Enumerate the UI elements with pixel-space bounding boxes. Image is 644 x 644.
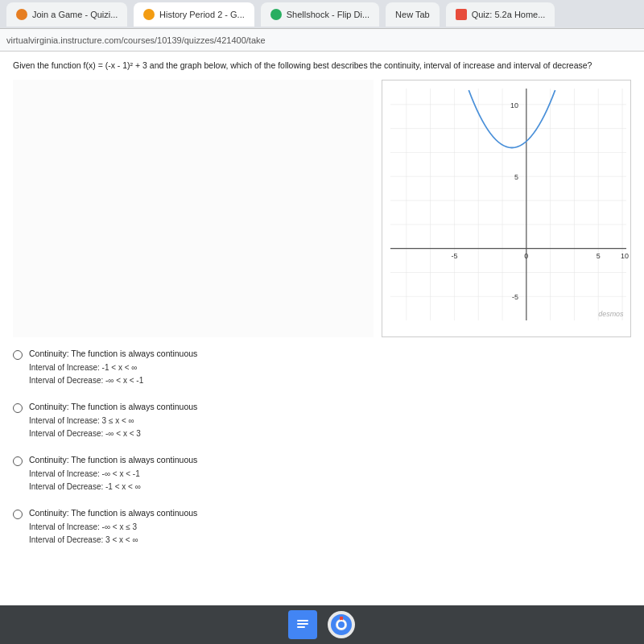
option-2-sub: Interval of Increase: 3 ≤ x < ∞ Interval… — [29, 415, 631, 440]
option-3-main: Continuity: The function is always conti… — [29, 455, 197, 464]
svg-rect-33 — [297, 626, 305, 628]
option-1-sub: Interval of Increase: -1 < x < ∞ Interva… — [29, 361, 631, 387]
left-panel — [13, 80, 374, 337]
tab-shellshock[interactable]: Shellshock - Flip Di... — [261, 2, 379, 27]
svg-rect-32 — [297, 623, 308, 625]
url-text[interactable]: virtualvirginia.instructure.com/courses/… — [6, 35, 266, 45]
options-section: Continuity: The function is always conti… — [13, 349, 631, 547]
browser-tab-bar: Join a Game - Quizi... History Period 2 … — [0, 0, 644, 29]
question-text: Given the function f(x) = (-x - 1)² + 3 … — [13, 60, 631, 72]
option-row-3[interactable]: Continuity: The function is always conti… — [13, 455, 631, 466]
svg-text:-5: -5 — [451, 251, 457, 259]
taskbar — [0, 605, 644, 644]
option-row-4[interactable]: Continuity: The function is always conti… — [13, 508, 631, 519]
svg-text:10: 10 — [621, 251, 629, 259]
tab-history[interactable]: History Period 2 - G... — [134, 2, 254, 27]
taskbar-chrome-icon[interactable] — [327, 610, 356, 639]
svg-text:-5: -5 — [512, 293, 518, 301]
option-group-4: Continuity: The function is always conti… — [13, 508, 631, 547]
option-3-sub: Interval of Increase: -∞ < x < -1 Interv… — [29, 468, 631, 493]
graph-svg: -5 0 5 10 10 5 -5 desmos — [382, 80, 630, 336]
radio-2[interactable] — [13, 403, 23, 413]
option-1-main: Continuity: The function is always conti… — [29, 349, 197, 358]
content-area: Given the function f(x) = (-x - 1)² + 3 … — [0, 52, 644, 605]
option-row-2[interactable]: Continuity: The function is always conti… — [13, 402, 631, 413]
radio-3[interactable] — [13, 456, 23, 466]
tab-quiz[interactable]: Quiz: 5.2a Home... — [446, 2, 555, 27]
url-bar: virtualvirginia.instructure.com/courses/… — [0, 29, 644, 52]
svg-text:desmos: desmos — [598, 310, 624, 318]
svg-rect-31 — [297, 620, 308, 621]
tab-kahoot[interactable]: Join a Game - Quizi... — [6, 2, 127, 27]
svg-text:5: 5 — [597, 251, 601, 259]
graph-container: -5 0 5 10 10 5 -5 desmos — [382, 80, 631, 337]
option-group-2: Continuity: The function is always conti… — [13, 402, 631, 440]
option-4-sub: Interval of Increase: -∞ < x ≤ 3 Interva… — [29, 521, 631, 547]
tab-new[interactable]: New Tab — [386, 2, 440, 27]
main-layout: -5 0 5 10 10 5 -5 desmos — [13, 80, 631, 337]
radio-4[interactable] — [13, 510, 23, 519]
svg-rect-0 — [382, 80, 630, 336]
svg-text:0: 0 — [524, 251, 528, 259]
option-group-1: Continuity: The function is always conti… — [13, 349, 631, 387]
option-row-1[interactable]: Continuity: The function is always conti… — [13, 349, 631, 360]
option-group-3: Continuity: The function is always conti… — [13, 455, 631, 493]
taskbar-docs-icon[interactable] — [288, 610, 317, 639]
option-4-main: Continuity: The function is always conti… — [29, 508, 197, 518]
svg-text:10: 10 — [510, 101, 518, 109]
svg-point-37 — [338, 621, 345, 628]
radio-1[interactable] — [13, 350, 23, 360]
option-2-main: Continuity: The function is always conti… — [29, 402, 197, 411]
svg-text:5: 5 — [514, 173, 518, 181]
